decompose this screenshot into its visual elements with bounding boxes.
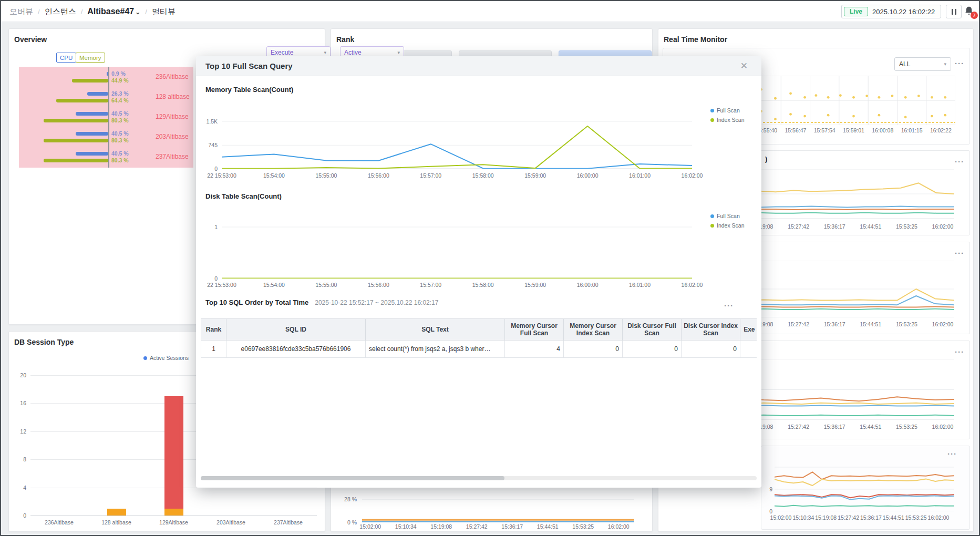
more-menu-icon[interactable]: ··· xyxy=(955,61,964,66)
table-header-cell[interactable]: SQL ID xyxy=(226,319,366,341)
session-bar[interactable] xyxy=(107,509,126,516)
scatter-dot xyxy=(852,115,855,118)
chevron-down-icon: ▾ xyxy=(397,50,400,55)
legend-item[interactable]: Index Scan xyxy=(710,117,745,123)
cpu-usage-bar xyxy=(76,112,108,116)
x-axis-label: 15:53:25 xyxy=(896,321,917,327)
table-cell: 0 xyxy=(623,341,682,358)
modal-header: Top 10 Full Scan Query ✕ xyxy=(196,56,761,76)
legend-item[interactable]: Full Scan xyxy=(710,107,740,114)
scatter-dot xyxy=(789,113,792,116)
breadcrumb-separator: / xyxy=(145,8,147,16)
session-bar[interactable] xyxy=(164,509,183,516)
more-menu-icon[interactable]: ··· xyxy=(955,349,964,355)
breadcrumb-instance[interactable]: 인스턴스 xyxy=(45,7,76,17)
table-header-cell[interactable]: Memory Cursor Index Scan xyxy=(564,319,623,341)
y-axis-label: 1 xyxy=(214,224,218,230)
scatter-dot xyxy=(852,96,855,99)
breadcrumb-target-selector[interactable]: Altibase#47⌄ xyxy=(87,7,140,16)
category-label: 129Altibase xyxy=(159,519,188,525)
breadcrumb-multiview[interactable]: 멀티뷰 xyxy=(152,7,176,17)
x-axis-label: 15:27:42 xyxy=(466,523,488,530)
table-header-cell[interactable]: Rank xyxy=(201,319,226,341)
more-menu-icon[interactable]: ··· xyxy=(955,159,964,164)
more-menu-icon[interactable]: ··· xyxy=(724,303,734,308)
x-axis-label: 15:44:51 xyxy=(860,424,881,430)
table-header-cell[interactable]: SQL Text xyxy=(366,319,505,341)
breadcrumb-overview[interactable]: 오버뷰 xyxy=(9,7,33,17)
x-axis-label: 15:44:51 xyxy=(883,514,904,521)
cpu-usage-value: 26.3 % xyxy=(111,90,129,97)
x-axis-label: 15:59:01 xyxy=(843,127,864,133)
scatter-dot xyxy=(865,95,868,97)
scatter-dot xyxy=(815,94,818,97)
more-menu-icon[interactable]: ··· xyxy=(955,251,964,256)
rtm-target-select[interactable]: ALL▾ xyxy=(894,57,951,71)
x-axis-label: 16:01:00 xyxy=(629,282,651,288)
cpu-usage-value: 40.5 % xyxy=(111,150,129,157)
chevron-down-icon: ▾ xyxy=(944,61,946,67)
x-axis-label: 16:00:00 xyxy=(577,172,599,179)
table-header-cell[interactable]: Exe Suc xyxy=(740,319,757,341)
session-bar[interactable] xyxy=(164,396,183,509)
instance-name-label[interactable]: 237Altibase xyxy=(156,153,189,160)
x-axis-label: 22 15:53:00 xyxy=(207,282,236,288)
sql-text-link[interactable]: select count(*) from jsqs2 a, jsqs3 b wh… xyxy=(366,341,505,358)
legend-item[interactable]: Index Scan xyxy=(710,222,745,229)
memory-usage-value: 80.3 % xyxy=(111,157,129,163)
chevron-down-icon: ▾ xyxy=(324,50,326,55)
line-series xyxy=(775,472,954,479)
active-sessions-legend[interactable]: Active Sessions xyxy=(143,355,189,361)
x-axis-label: 15:53:25 xyxy=(905,514,927,521)
top10-full-scan-query-modal: Top 10 Full Scan Query ✕ Memory Table Sc… xyxy=(196,56,761,488)
scrollbar-thumb[interactable] xyxy=(201,476,504,480)
hidden-chart-title-tail: ) xyxy=(765,155,767,163)
legend-dot-icon xyxy=(710,214,714,218)
sql-id-link[interactable]: e0697ee83816fcde33c5ba576b661906 xyxy=(226,341,366,358)
chevron-down-icon: ⌄ xyxy=(135,8,140,16)
rtm-line-chart-4 xyxy=(775,463,954,511)
memory-toggle-button[interactable]: Memory xyxy=(76,53,105,63)
x-axis-label: 15:53:25 xyxy=(896,223,917,230)
x-axis-label: 15:36:17 xyxy=(824,424,845,430)
instance-name-label[interactable]: 129Altibase xyxy=(156,113,189,120)
rtm-chart-4-x-axis: 15:02:0015:10:3415:19:0815:27:4215:36:17… xyxy=(781,514,938,522)
overview-axis xyxy=(108,67,109,168)
x-axis-label: 15:58:00 xyxy=(472,172,494,179)
rtm-chart-1-x-axis: 15:19:0815:27:4215:36:1715:44:5115:53:25… xyxy=(762,223,943,231)
middle-bottom-x-axis: 15:02:0015:10:3415:19:0815:27:4215:36:17… xyxy=(353,523,636,531)
sql-table-date-range: 2025-10-22 15:52:17 ~ 2025.10.22 16:02:1… xyxy=(315,299,438,306)
x-axis-label: 15:53:25 xyxy=(572,523,594,530)
x-axis-label: 15:59:00 xyxy=(524,172,546,179)
scatter-dot xyxy=(839,94,842,97)
notifications-button[interactable]: 7 xyxy=(963,5,976,18)
sql-table-container: RankSQL IDSQL TextMemory Cursor Full Sca… xyxy=(201,318,757,468)
scatter-dot xyxy=(878,96,880,99)
overview-title: Overview xyxy=(14,35,47,44)
instance-name-label[interactable]: 203Altibase xyxy=(156,133,189,140)
x-axis-label: 15:02:00 xyxy=(770,514,792,521)
instance-name-label[interactable]: 128 altibase xyxy=(156,93,190,100)
cpu-usage-value: 40.5 % xyxy=(111,130,129,137)
breadcrumb-separator: / xyxy=(38,8,40,16)
x-axis-label: 15:54:00 xyxy=(263,172,285,179)
disk-table-scan-title: Disk Table Scan(Count) xyxy=(205,192,282,200)
table-header-cell[interactable]: Disk Cursor Index Scan xyxy=(682,319,740,341)
pause-button[interactable] xyxy=(946,5,962,18)
x-axis-label: 16:02:00 xyxy=(928,514,950,521)
y-axis-label: 1.5K xyxy=(206,118,218,125)
close-icon[interactable]: ✕ xyxy=(740,60,748,71)
table-row[interactable]: 1e0697ee83816fcde33c5ba576b661906select … xyxy=(201,341,757,358)
horizontal-scrollbar[interactable] xyxy=(201,476,757,480)
legend-item[interactable]: Full Scan xyxy=(710,213,740,219)
memory-usage-value: 64.4 % xyxy=(111,97,129,104)
instance-name-label[interactable]: 236Altibase xyxy=(156,73,189,80)
cpu-toggle-button[interactable]: CPU xyxy=(56,53,76,63)
table-header-cell[interactable]: Disk Cursor Full Scan xyxy=(623,319,682,341)
legend-label: Index Scan xyxy=(717,117,745,123)
more-menu-icon[interactable]: ··· xyxy=(947,451,957,457)
table-header-cell[interactable]: Memory Cursor Full Scan xyxy=(505,319,564,341)
overview-usage-chart: 0.9 %44.9 %236Altibase26.3 %64.4 %128 al… xyxy=(19,67,193,168)
scatter-dot xyxy=(904,96,907,99)
memory-usage-bar xyxy=(44,139,108,142)
